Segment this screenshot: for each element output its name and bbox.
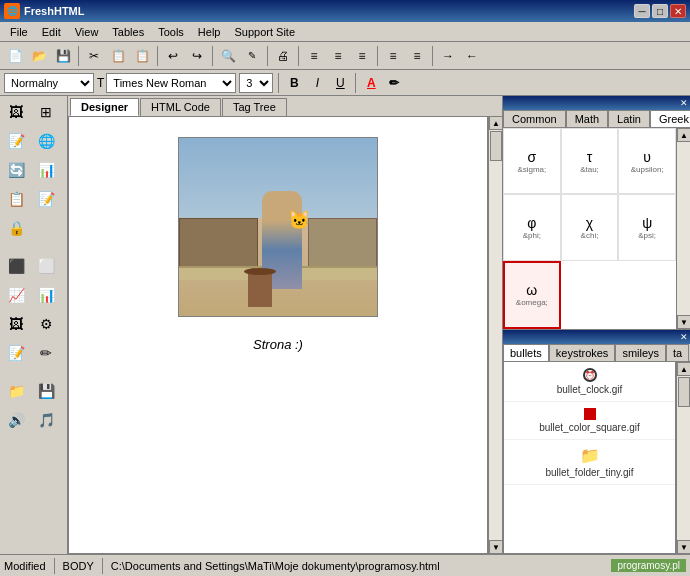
bullet-folder-name: bullet_folder_tiny.gif <box>545 467 633 478</box>
char-chi[interactable]: χ &chi; <box>561 194 619 260</box>
preview-button[interactable]: 🖨 <box>272 45 294 67</box>
italic-button[interactable]: I <box>307 73 327 93</box>
minimize-button[interactable]: ─ <box>634 4 650 18</box>
char-sigma[interactable]: σ &sigma; <box>503 128 561 194</box>
tab-tag-tree[interactable]: Tag Tree <box>222 98 287 116</box>
bullets-scroll-up[interactable]: ▲ <box>677 362 690 376</box>
sidebar-btn-8[interactable]: 📝 <box>32 185 60 213</box>
find-button[interactable]: 🔍 <box>217 45 239 67</box>
scroll-thumb[interactable] <box>490 131 502 161</box>
menu-file[interactable]: File <box>4 25 34 39</box>
sidebar-btn-1[interactable]: 🖼 <box>2 98 30 126</box>
scroll-down-btn[interactable]: ▼ <box>489 540 502 554</box>
sidebar-btn-10[interactable]: ⬛ <box>2 252 30 280</box>
sidebar-btn-17[interactable]: ✏ <box>32 339 60 367</box>
bullets-scroll-track[interactable] <box>677 376 690 540</box>
char-phi[interactable]: φ &phi; <box>503 194 561 260</box>
color-button[interactable]: A <box>361 73 381 93</box>
bullets-tab-keystrokes[interactable]: keystrokes <box>549 344 616 361</box>
menu-tables[interactable]: Tables <box>106 25 150 39</box>
format-sep1 <box>278 73 279 93</box>
numlist-button[interactable]: ≡ <box>406 45 428 67</box>
sidebar-btn-14[interactable]: 🖼 <box>2 310 30 338</box>
status-modified: Modified <box>4 560 46 572</box>
bullet-item-folder[interactable]: 📁 bullet_folder_tiny.gif <box>504 440 675 485</box>
paste-button[interactable]: 📋 <box>131 45 153 67</box>
char-tab-latin[interactable]: Latin <box>608 110 650 127</box>
scroll-track[interactable] <box>489 130 502 540</box>
menu-tools[interactable]: Tools <box>152 25 190 39</box>
sidebar-btn-18[interactable]: 📁 <box>2 377 30 405</box>
style-select[interactable]: Normalny <box>4 73 94 93</box>
sidebar-btn-4[interactable]: 🌐 <box>32 127 60 155</box>
menu-help[interactable]: Help <box>192 25 227 39</box>
sidebar-btn-15[interactable]: ⚙ <box>32 310 60 338</box>
char-tab-common[interactable]: Common <box>503 110 566 127</box>
sidebar-btn-9[interactable]: 🔒 <box>2 214 30 242</box>
sidebar-btn-2[interactable]: ⊞ <box>32 98 60 126</box>
align-right-button[interactable]: ≡ <box>351 45 373 67</box>
char-symbol: φ <box>527 215 536 231</box>
font-select[interactable]: Times New Roman <box>106 73 236 93</box>
menu-view[interactable]: View <box>69 25 105 39</box>
sidebar-btn-6[interactable]: 📊 <box>32 156 60 184</box>
copy-button[interactable]: 📋 <box>107 45 129 67</box>
char-upsilon[interactable]: υ &upsilon; <box>618 128 676 194</box>
maximize-button[interactable]: □ <box>652 4 668 18</box>
sidebar-btn-20[interactable]: 🔊 <box>2 406 30 434</box>
cut-button[interactable]: ✂ <box>83 45 105 67</box>
edit-button[interactable]: ✎ <box>241 45 263 67</box>
size-select[interactable]: 3 <box>239 73 273 93</box>
new-button[interactable]: 📄 <box>4 45 26 67</box>
sidebar-btn-11[interactable]: ⬜ <box>32 252 60 280</box>
bold-button[interactable]: B <box>284 73 304 93</box>
char-panel-close[interactable]: ✕ <box>680 98 688 108</box>
designer-scrollbar[interactable]: ▲ ▼ <box>488 116 502 554</box>
char-tab-greek[interactable]: Greek <box>650 110 690 127</box>
tab-html-code[interactable]: HTML Code <box>140 98 221 116</box>
bullets-scrollbar[interactable]: ▲ ▼ <box>676 362 690 554</box>
char-scroll-track[interactable] <box>677 142 690 315</box>
save-button[interactable]: 💾 <box>52 45 74 67</box>
sidebar-btn-19[interactable]: 💾 <box>32 377 60 405</box>
char-scroll-up[interactable]: ▲ <box>677 128 690 142</box>
menu-support[interactable]: Support Site <box>228 25 301 39</box>
scroll-up-btn[interactable]: ▲ <box>489 116 502 130</box>
char-omega[interactable]: ω &omega; <box>503 261 561 329</box>
indent-button[interactable]: → <box>437 45 459 67</box>
sidebar-btn-7[interactable]: 📋 <box>2 185 30 213</box>
bullets-tab-bullets[interactable]: bullets <box>503 344 549 361</box>
sidebar-btn-13[interactable]: 📊 <box>32 281 60 309</box>
bullets-panel-close[interactable]: ✕ <box>680 332 688 342</box>
list-button[interactable]: ≡ <box>382 45 404 67</box>
align-center-button[interactable]: ≡ <box>327 45 349 67</box>
sidebar-btn-21[interactable]: 🎵 <box>32 406 60 434</box>
redo-button[interactable]: ↪ <box>186 45 208 67</box>
bullet-item-square[interactable]: bullet_color_square.gif <box>504 402 675 440</box>
undo-button[interactable]: ↩ <box>162 45 184 67</box>
bullets-tab-smileys[interactable]: smileys <box>615 344 666 361</box>
char-tab-math[interactable]: Math <box>566 110 608 127</box>
bullets-scroll-thumb[interactable] <box>678 377 690 407</box>
char-tau[interactable]: τ &tau; <box>561 128 619 194</box>
align-left-button[interactable]: ≡ <box>303 45 325 67</box>
bullets-scroll-down[interactable]: ▼ <box>677 540 690 554</box>
sidebar-btn-5[interactable]: 🔄 <box>2 156 30 184</box>
char-symbol: τ <box>587 149 593 165</box>
char-scroll-down[interactable]: ▼ <box>677 315 690 329</box>
close-button[interactable]: ✕ <box>670 4 686 18</box>
bullet-item-clock[interactable]: ⏰ bullet_clock.gif <box>504 362 675 402</box>
char-scrollbar[interactable]: ▲ ▼ <box>676 128 690 329</box>
highlight-button[interactable]: ✏ <box>384 73 404 93</box>
main-layout: 🖼 ⊞ 📝 🌐 🔄 📊 📋 📝 🔒 ⬛ ⬜ 📈 📊 🖼 ⚙ <box>0 96 690 554</box>
bullets-tab-ta[interactable]: ta <box>666 344 689 361</box>
underline-button[interactable]: U <box>330 73 350 93</box>
char-psi[interactable]: ψ &psi; <box>618 194 676 260</box>
sidebar-btn-16[interactable]: 📝 <box>2 339 30 367</box>
open-button[interactable]: 📂 <box>28 45 50 67</box>
sidebar-btn-12[interactable]: 📈 <box>2 281 30 309</box>
tab-designer[interactable]: Designer <box>70 98 139 116</box>
sidebar-btn-3[interactable]: 📝 <box>2 127 30 155</box>
outdent-button[interactable]: ← <box>461 45 483 67</box>
menu-edit[interactable]: Edit <box>36 25 67 39</box>
